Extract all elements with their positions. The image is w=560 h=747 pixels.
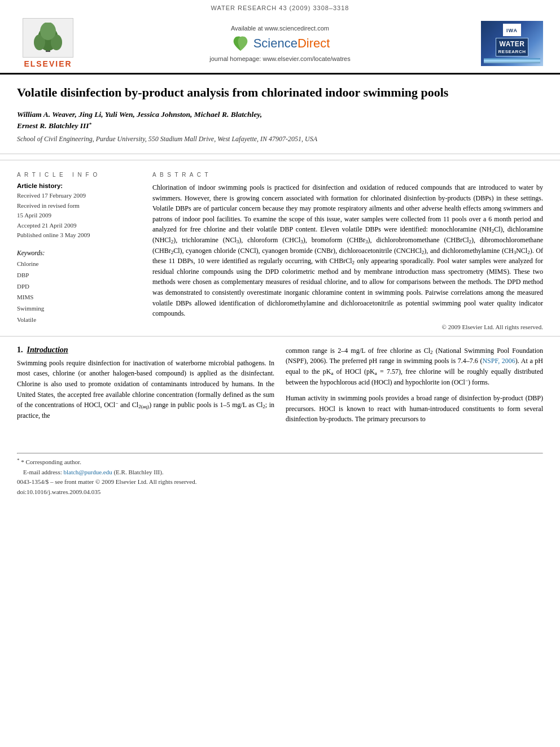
intro-para-1: Swimming pools require disinfection for … <box>17 358 274 421</box>
keyword-chlorine: Chlorine <box>17 259 141 270</box>
authors: William A. Weaver, Jing Li, Yuli Wen, Je… <box>17 109 543 132</box>
section-1-title: Introduction <box>27 346 68 354</box>
sciencedirect-logo: ScienceDirect <box>79 35 481 52</box>
elsevier-name: ELSEVIER <box>24 59 72 68</box>
keywords-label: Keywords: <box>17 250 141 256</box>
article-history: Article history: Received 17 February 20… <box>17 182 141 241</box>
received1: Received 17 February 2009 <box>17 191 141 201</box>
issn-line: 0043-1354/$ – see front matter © 2009 El… <box>17 477 543 487</box>
received2b: 15 April 2009 <box>17 211 141 221</box>
journal-citation: WATER RESEARCH 43 (2009) 3308–3318 <box>211 5 349 11</box>
footnote-divider <box>17 453 543 454</box>
left-column: A R T I C L E I N F O Article history: R… <box>17 172 141 330</box>
right-column: A B S T R A C T Chlorination of indoor s… <box>152 172 543 330</box>
keyword-dbp: DBP <box>17 270 141 281</box>
copyright: © 2009 Elsevier Ltd. All rights reserved… <box>152 324 543 330</box>
abstract-header: A B S T R A C T <box>152 172 543 178</box>
keyword-volatile: Volatile <box>17 314 141 326</box>
elsevier-tree-image <box>23 18 73 58</box>
body-two-col: 1. Introduction Swimming pools require d… <box>17 346 543 430</box>
wr-badge: WATER RESEARCH <box>496 38 529 57</box>
intro-para-3: Human activity in swimming pools provide… <box>286 393 543 425</box>
keyword-mims: MIMS <box>17 292 141 303</box>
divider <box>0 160 560 160</box>
email-note: E-mail address: blatch@purdue.edu (E.R. … <box>17 468 543 478</box>
accepted: Accepted 21 April 2009 <box>17 221 141 231</box>
author-list: William A. Weaver, Jing Li, Yuli Wen, Je… <box>17 110 262 130</box>
keywords-section: Keywords: Chlorine DBP DPD MIMS Swimming… <box>17 250 141 326</box>
intro-para-2: common range is 2–4 mg/L of free chlorin… <box>286 346 543 387</box>
footer-area: * * Corresponding author. E-mail address… <box>0 453 560 503</box>
article-title: Volatile disinfection by-product analysi… <box>17 85 543 101</box>
nspf-link[interactable]: NSPF, 2006 <box>482 357 515 365</box>
body-left: 1. Introduction Swimming pools require d… <box>17 346 274 430</box>
article-title-section: Volatile disinfection by-product analysi… <box>0 75 560 154</box>
published: Published online 3 May 2009 <box>17 230 141 241</box>
doi-line: doi:10.1016/j.watres.2009.04.035 <box>17 487 543 497</box>
svg-point-4 <box>40 23 56 40</box>
abstract-text: Chlorination of indoor swimming pools is… <box>152 182 543 319</box>
section-1-number: 1. Introduction <box>17 346 274 355</box>
email-link[interactable]: blatch@purdue.edu <box>63 469 112 475</box>
journal-header: WATER RESEARCH 43 (2009) 3308–3318 <box>0 0 560 14</box>
center-header: Available at www.sciencedirect.com Scien… <box>79 25 481 62</box>
body-content: 1. Introduction Swimming pools require d… <box>0 337 560 436</box>
elsevier-logo: ELSEVIER <box>17 18 79 68</box>
corresponding-author-note: * * Corresponding author. <box>17 457 543 468</box>
history-label: Article history: <box>17 182 141 189</box>
affiliation: School of Civil Engineering, Purdue Univ… <box>17 135 543 143</box>
available-text: Available at www.sciencedirect.com <box>79 25 481 32</box>
received2: Received in revised form <box>17 201 141 211</box>
body-right: common range is 2–4 mg/L of free chlorin… <box>286 346 543 430</box>
article-info-header: A R T I C L E I N F O <box>17 172 141 178</box>
keyword-swimming: Swimming <box>17 303 141 314</box>
article-info-abstract: A R T I C L E I N F O Article history: R… <box>0 166 560 337</box>
water-research-logo: IWA WATER RESEARCH <box>481 21 543 66</box>
journal-url: journal homepage: www.elsevier.com/locat… <box>79 55 481 62</box>
keyword-dpd: DPD <box>17 281 141 292</box>
sciencedirect-text: ScienceDirect <box>253 36 330 51</box>
logo-bar: ELSEVIER Available at www.sciencedirect.… <box>0 14 560 75</box>
footnotes: * * Corresponding author. E-mail address… <box>0 457 560 503</box>
page-wrapper: WATER RESEARCH 43 (2009) 3308–3318 ELSEV… <box>0 0 560 503</box>
